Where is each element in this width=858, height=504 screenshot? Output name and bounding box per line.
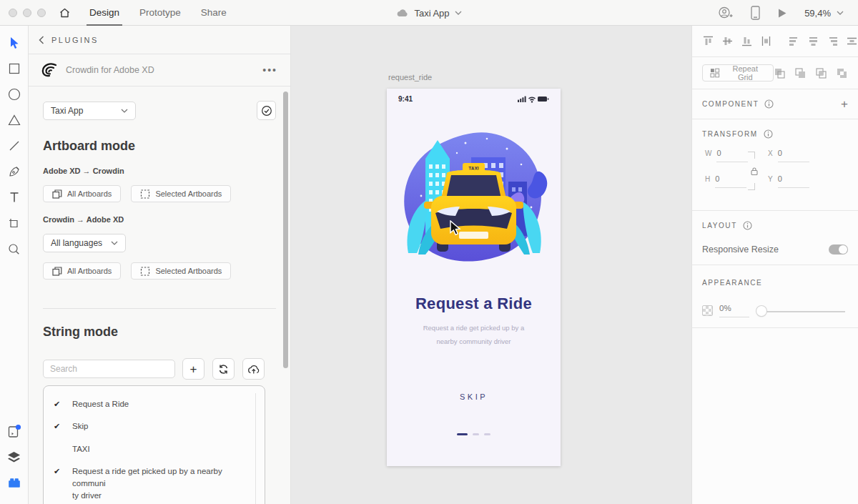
copy-stack-icon — [52, 267, 62, 276]
add-component-icon[interactable]: + — [841, 97, 848, 112]
refresh-button[interactable] — [212, 358, 235, 380]
maximize-window-icon[interactable] — [37, 9, 46, 17]
x-field[interactable]: 0 — [778, 149, 809, 162]
plugins-page-icon[interactable] — [6, 423, 23, 440]
info-icon[interactable] — [743, 221, 752, 230]
skip-button[interactable]: SKIP — [387, 392, 561, 401]
responsive-resize-label: Responsive Resize — [702, 244, 779, 255]
align-right-icon[interactable] — [827, 35, 839, 47]
boolean-add-icon[interactable] — [774, 67, 786, 79]
artboard-name[interactable]: request_ride — [388, 73, 432, 81]
document-title[interactable]: Taxi App — [414, 8, 449, 19]
tab-share[interactable]: Share — [201, 0, 227, 26]
artboard-tool-icon[interactable] — [6, 214, 23, 232]
rectangle-tool-icon[interactable] — [6, 60, 23, 77]
panel-scrollbar[interactable] — [283, 92, 288, 368]
chevron-down-icon[interactable] — [455, 11, 462, 15]
play-icon[interactable] — [777, 8, 787, 19]
selection-marquee-icon — [140, 189, 150, 199]
ellipse-tool-icon[interactable] — [6, 86, 23, 103]
all-artboards-button[interactable]: All Artboards — [43, 185, 121, 202]
width-field[interactable]: 0 — [716, 149, 748, 162]
align-top-icon[interactable] — [702, 35, 714, 47]
alignment-toolbar — [692, 26, 858, 57]
align-bottom-icon[interactable] — [741, 35, 753, 47]
align-middle-icon[interactable] — [721, 35, 734, 47]
crowdin-logo — [41, 63, 57, 77]
search-input[interactable] — [43, 360, 175, 378]
select-tool-icon[interactable] — [6, 34, 23, 51]
all-artboards-button-2[interactable]: All Artboards — [43, 262, 121, 280]
repeat-grid-button[interactable]: Repeat Grid — [702, 64, 774, 81]
text-tool-icon[interactable] — [6, 189, 23, 206]
transform-section-title: TRANSFORM — [702, 130, 758, 138]
boolean-exclude-icon[interactable] — [836, 67, 848, 79]
check-circle-icon — [261, 105, 272, 117]
list-item[interactable]: TAXI — [44, 438, 265, 460]
invite-user-icon[interactable] — [718, 6, 734, 19]
plus-icon: + — [190, 363, 197, 375]
opacity-field[interactable]: 0% — [719, 304, 749, 317]
upload-button[interactable] — [242, 358, 265, 380]
add-string-button[interactable]: + — [182, 358, 204, 380]
tab-prototype[interactable]: Prototype — [139, 0, 181, 26]
taxi-sign-text: TAXI — [468, 166, 479, 171]
appearance-section: APPEARANCE 0% — [692, 265, 858, 327]
line-tool-icon[interactable] — [6, 137, 23, 154]
tab-design[interactable]: Design — [89, 0, 119, 26]
project-select[interactable]: Taxi App — [43, 102, 136, 120]
validate-button[interactable] — [257, 101, 276, 120]
artboard-request-ride[interactable]: 9:41 — [387, 89, 561, 466]
list-item[interactable]: ✔ Skip — [44, 415, 265, 438]
y-field[interactable]: 0 — [778, 174, 809, 188]
info-icon[interactable] — [764, 129, 773, 139]
selected-artboards-button-2[interactable]: Selected Artboards — [131, 262, 231, 280]
canvas[interactable]: request_ride 9:41 — [292, 26, 691, 504]
opacity-slider[interactable] — [756, 306, 848, 316]
close-window-icon[interactable] — [9, 9, 17, 17]
back-chevron-icon[interactable] — [39, 36, 44, 44]
home-button[interactable] — [59, 7, 71, 19]
list-scrollbar[interactable] — [255, 393, 256, 504]
polygon-tool-icon[interactable] — [6, 112, 23, 129]
zoom-tool-icon[interactable] — [6, 240, 23, 257]
align-center-icon[interactable] — [807, 35, 819, 47]
window-controls[interactable] — [9, 9, 46, 17]
minimize-window-icon[interactable] — [23, 9, 31, 17]
artboard-mode-title: Artboard mode — [43, 139, 276, 154]
direction-xd-to-crowdin: Adobe XD → Crowdin — [43, 167, 276, 175]
check-icon: ✔ — [54, 398, 72, 410]
lock-aspect-icon[interactable] — [751, 167, 758, 175]
boolean-intersect-icon[interactable] — [815, 67, 827, 79]
languages-select[interactable]: All languages — [43, 234, 126, 252]
responsive-resize-toggle[interactable] — [829, 244, 848, 255]
opacity-slider-handle[interactable] — [756, 306, 766, 316]
direction-crowdin-to-xd: Crowdin → Adobe XD — [43, 215, 276, 224]
taxi-illustration: TAXI — [400, 127, 548, 269]
zoom-control[interactable]: 59,4% — [804, 8, 844, 19]
upload-cloud-icon — [247, 364, 260, 374]
distribute-horizontal-icon[interactable] — [846, 35, 858, 47]
plugins-panel: PLUGINS Crowdin for Adobe XD ••• Taxi Ap… — [29, 26, 291, 504]
pen-tool-icon[interactable] — [6, 163, 23, 180]
status-icons — [518, 95, 549, 103]
more-options-icon[interactable]: ••• — [262, 64, 277, 76]
refresh-icon — [218, 364, 229, 375]
selected-artboards-button[interactable]: Selected Artboards — [131, 185, 231, 202]
list-item[interactable]: ✔ Request a ride get picked up by a near… — [44, 460, 265, 504]
height-field[interactable]: 0 — [715, 174, 746, 188]
layers-icon[interactable] — [6, 448, 23, 465]
device-preview-icon[interactable] — [751, 6, 760, 20]
check-icon: ✔ — [54, 465, 72, 503]
page-dots — [387, 433, 561, 435]
align-left-icon[interactable] — [788, 35, 800, 47]
status-time: 9:41 — [398, 95, 413, 103]
page-dot — [484, 433, 490, 435]
adobe-xd-window: Design Prototype Share Taxi App 59,4% — [0, 0, 858, 504]
screen-subtitle: Request a ride get picked up by a nearby… — [387, 322, 561, 348]
boolean-subtract-icon[interactable] — [794, 67, 807, 79]
list-item[interactable]: ✔ Request a Ride — [44, 393, 265, 415]
distribute-vertical-icon[interactable] — [760, 35, 772, 47]
info-icon[interactable] — [764, 99, 774, 109]
assets-icon[interactable] — [6, 474, 23, 491]
